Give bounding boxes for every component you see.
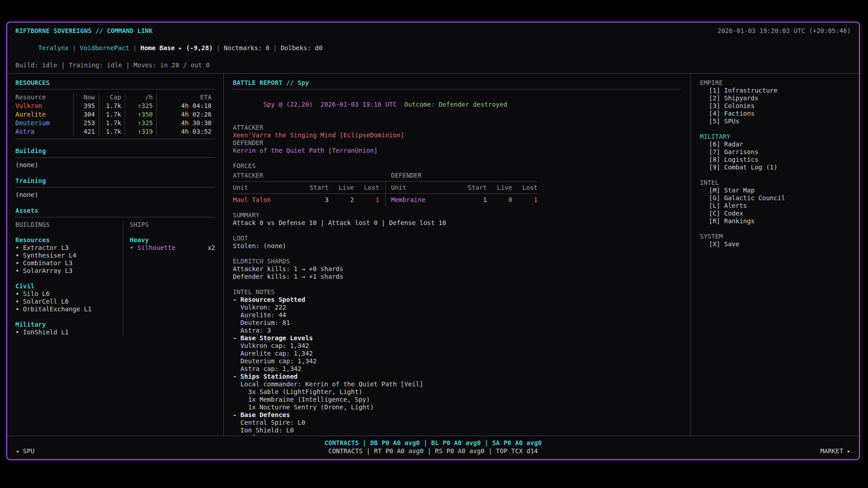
- defender-unit-lost: 1: [512, 196, 538, 204]
- menu-item-shipyards[interactable]: [2] Shipyards: [700, 94, 850, 102]
- building-item: • Extractor L3: [15, 244, 123, 252]
- divider: [15, 217, 215, 217]
- nav-prev-spu-button[interactable]: ◂ SPU: [15, 447, 34, 455]
- ship-count: x2: [208, 244, 215, 252]
- menu-item-codex[interactable]: [C] Codex: [700, 210, 850, 217]
- resource-cap: 1.7k: [99, 127, 125, 136]
- table-divider: [379, 184, 391, 192]
- resources-table: Resource Now Cap /h ETA Vulkron 395 1.7k…: [15, 93, 215, 139]
- menu-item-spus[interactable]: [5] SPUs: [700, 117, 850, 125]
- intel-line: Central Spire: L0: [233, 419, 681, 427]
- attacker-label: ATTACKER: [233, 124, 681, 131]
- menu-item-star-map[interactable]: [M] Star Map: [700, 187, 850, 194]
- col-cap: Cap: [99, 93, 125, 102]
- attacker-unit-name: Maul Talon: [233, 196, 301, 204]
- ship-item-silhouette: • Silhouette x2: [130, 244, 215, 252]
- summary-label: SUMMARY: [233, 211, 681, 219]
- col-eta: ETA: [156, 93, 215, 102]
- forces-defender-header: DEFENDER: [391, 172, 538, 179]
- col-start: Start: [301, 184, 329, 192]
- resource-eta: 4h 30:30: [156, 119, 215, 127]
- resource-row-deuterium: Deuterium 253 1.7k ↑325 4h 30:30: [15, 119, 215, 127]
- divider: [15, 89, 215, 89]
- col-now: Now: [73, 93, 99, 102]
- attacker-unit-start: 3: [301, 196, 329, 204]
- resource-now: 395: [73, 102, 99, 110]
- report-outcome: Outcome: Defender destroyed: [404, 101, 507, 108]
- menu-item-factions[interactable]: [4] Factions: [700, 110, 850, 117]
- menu-section-intel: INTEL [M] Star Map [G] Galactic Council …: [700, 179, 850, 225]
- intel-line: - Base Storage Levels: [233, 334, 681, 342]
- defender-label: DEFENDER: [233, 139, 681, 147]
- group-title: Heavy: [130, 236, 215, 244]
- forces-table: ATTACKER DEFENDER Unit Start Live Lost U…: [233, 171, 681, 204]
- app-title: RIFTBORNE SOVEREIGNS // COMMAND LINK: [15, 27, 152, 35]
- building-item: • Silo L6: [15, 290, 123, 298]
- col-live: Live: [487, 184, 512, 192]
- training-queue-value: (none): [15, 191, 215, 199]
- building-group-civil: Civil • Silo L6 • SolarCell L6 • Orbital…: [15, 282, 123, 313]
- breadcrumb[interactable]: Home Base ▸ (-9,28): [140, 44, 212, 52]
- intel-line: 1x Nocturne Sentry (Drone, Light): [233, 404, 681, 411]
- separator: |: [129, 44, 140, 52]
- resource-eta: 4h 03:52: [156, 127, 215, 136]
- header-title-row: RIFTBORNE SOVEREIGNS // COMMAND LINK 202…: [15, 27, 851, 35]
- battle-report-title: BATTLE REPORT // Spy: [233, 79, 681, 87]
- forces-label: FORCES: [233, 162, 681, 170]
- contracts-ticker-line-1[interactable]: CONTRACTS | DB P0 A0 avg0 | BL P0 A0 avg…: [325, 439, 542, 447]
- noctmarks-counter: Noctmarks: 0: [224, 44, 269, 52]
- menu-item-infrastructure[interactable]: [1] Infrastructure: [700, 87, 850, 94]
- forces-attacker-header: ATTACKER: [233, 172, 379, 179]
- battle-report-panel: BATTLE REPORT // Spy Spy @ (22,20) 2026-…: [224, 74, 690, 436]
- clock: 2026-01-03 19:20:02 UTC (+20:05:46): [717, 27, 851, 35]
- shards-defender-line: Defender kills: 1 → +1 shards: [233, 273, 681, 281]
- contracts-ticker-line-2[interactable]: CONTRACTS | RT P0 A0 avg0 | RS P0 A0 avg…: [325, 447, 542, 455]
- menu-item-colonies[interactable]: [3] Colonies: [700, 102, 850, 110]
- resource-rate: ↑325: [125, 102, 156, 110]
- menu-item-combat-log[interactable]: [9] Combat Log (1): [700, 164, 850, 171]
- eldritch-shards-label: ELDRITCH SHARDS: [233, 258, 681, 265]
- menu-item-garrisons[interactable]: [7] Garrisons: [700, 148, 850, 156]
- intel-line: 1x Membraine (Intelligence, Spy): [233, 396, 681, 404]
- defender-unit-start: 1: [459, 196, 487, 204]
- resource-now: 421: [73, 127, 99, 136]
- buildings-label: BUILDINGS: [15, 221, 123, 229]
- menu-section-system: SYSTEM [X] Save: [700, 233, 850, 248]
- separator: |: [213, 44, 224, 52]
- building-item: • IonShield L1: [15, 328, 123, 336]
- resource-now: 253: [73, 119, 99, 127]
- ships-column: SHIPS Heavy • Silhouette x2: [123, 221, 215, 336]
- intel-line: Astra: 3: [233, 327, 681, 334]
- resource-row-vulkron: Vulkron 395 1.7k ↑325 4h 04:18: [15, 102, 215, 110]
- forces-data-row: Maul Talon 3 2 1 Membraine 1 0 1: [233, 194, 538, 204]
- col-unit: Unit: [391, 184, 459, 192]
- divider: [15, 157, 215, 158]
- faction-name: VoidbornePact: [80, 44, 129, 52]
- building-item: • Synthesiser L4: [15, 252, 123, 259]
- resource-name: Vulkron: [15, 102, 73, 110]
- loot-label: LOOT: [233, 235, 681, 242]
- dolbeks-counter: Dolbeks: d0: [281, 44, 323, 52]
- menu-section-title: INTEL: [700, 179, 850, 187]
- menu-item-rankings[interactable]: [R] Rankings: [700, 217, 850, 225]
- ship-name: • Silhouette: [130, 244, 175, 252]
- nav-menu-panel: EMPIRE [1] Infrastructure [2] Shipyards …: [691, 74, 859, 436]
- building-item: • SolarArray L3: [15, 267, 123, 275]
- resource-now: 304: [73, 110, 99, 119]
- menu-section-title: EMPIRE: [700, 79, 850, 87]
- assets-title: Assets: [15, 207, 215, 215]
- resource-eta: 4h 04:18: [156, 102, 215, 110]
- intel-line: Deuterium cap: 1,342: [233, 357, 681, 365]
- building-item: • SolarCell L6: [15, 298, 123, 305]
- nav-next-market-button[interactable]: MARKET ▸: [821, 447, 851, 455]
- menu-item-galactic-council[interactable]: [G] Galactic Council: [700, 194, 850, 202]
- col-lost: Lost: [512, 184, 538, 192]
- menu-item-alerts[interactable]: [L] Alerts: [700, 202, 850, 210]
- menu-section-title: SYSTEM: [700, 233, 850, 240]
- col-resource: Resource: [15, 93, 73, 102]
- group-title: Military: [15, 321, 123, 328]
- menu-item-logistics[interactable]: [8] Logistics: [700, 156, 850, 164]
- menu-item-radar[interactable]: [6] Radar: [700, 141, 850, 148]
- main-area: RESOURCES Resource Now Cap /h ETA Vulkro…: [7, 74, 859, 436]
- menu-item-save[interactable]: [X] Save: [700, 240, 850, 248]
